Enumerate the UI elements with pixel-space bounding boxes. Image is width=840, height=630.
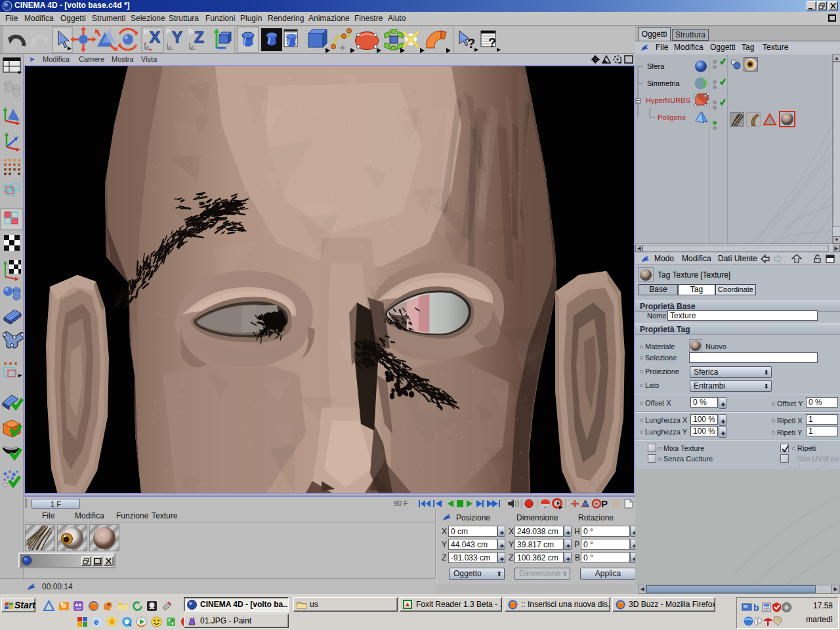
svg-text:H: H <box>144 28 148 35</box>
svg-text:X: X <box>150 28 160 46</box>
svg-text:P: P <box>166 28 171 35</box>
svg-text:b: b <box>753 602 759 613</box>
svg-text:P: P <box>601 498 608 509</box>
svg-text:?: ? <box>488 35 496 50</box>
svg-text:Z: Z <box>194 28 204 46</box>
svg-text:B: B <box>188 28 193 35</box>
svg-text:e: e <box>94 617 98 627</box>
svg-text:?: ? <box>467 36 475 51</box>
svg-text:Y: Y <box>172 28 182 46</box>
